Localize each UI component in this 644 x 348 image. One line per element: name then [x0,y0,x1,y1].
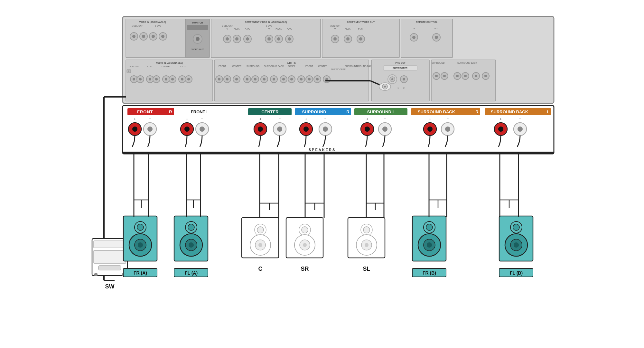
svg-text:L: L [547,109,549,114]
svg-point-164 [184,127,190,132]
svg-text:−: − [149,117,151,121]
front-r-label: FRONT [137,109,153,114]
svg-point-86 [218,78,220,80]
fra-label: FR (A) [134,270,147,276]
svg-point-94 [254,78,257,80]
video-out-label: VIDEO OUT [191,48,204,51]
svg-text:4 CD: 4 CD [180,65,185,68]
svg-point-65 [155,78,158,80]
svg-point-73 [187,78,190,80]
svg-point-59 [133,78,135,80]
svg-point-226 [138,242,143,248]
surround-back-l-label: SURROUND BACK [490,109,528,114]
cbl-sat-label: 1 CBL/SAT [131,25,143,27]
svg-point-252 [365,243,369,247]
svg-point-166 [200,127,205,132]
svg-point-249 [363,227,370,233]
subwoofer-speaker: SW [92,239,127,290]
svg-text:SURROUND: SURROUND [432,62,444,64]
svg-text:+: + [186,117,188,121]
svg-text:1: 1 [397,87,399,89]
svg-point-71 [181,78,183,80]
svg-point-9 [161,35,164,38]
svg-point-96 [263,78,266,80]
svg-rect-125 [431,60,496,101]
svg-point-262 [513,224,519,230]
sr-speaker: SR [286,218,323,272]
svg-point-104 [300,78,303,80]
svg-point-28 [267,37,271,41]
svg-text:FRONT: FRONT [218,65,226,67]
sr-label: SR [301,266,309,272]
svg-point-246 [303,243,307,247]
svg-rect-219 [94,273,98,276]
main-svg: VIDEO IN (ASSIGNABLE) 1 CBL/SAT 2 DVD MO… [84,13,560,335]
pre-out-label: PRE OUT [395,62,406,64]
svg-point-13 [196,37,200,41]
svg-point-39 [333,37,337,41]
svg-point-255 [426,224,433,230]
dvd-label: 2 DVD [154,25,161,27]
sl-speaker: SL [348,218,385,272]
svg-point-5 [142,35,145,38]
svg-text:+: + [259,117,261,121]
c-label: C [258,266,262,272]
svg-text:1 CBL/SAT: 1 CBL/SAT [128,65,139,68]
svg-rect-11 [187,25,208,30]
svg-text:SUBWOOFER: SUBWOOFER [331,68,346,71]
svg-text:L: L [128,70,129,72]
svg-text:2 DVD: 2 DVD [146,65,153,68]
svg-point-108 [316,78,319,80]
svg-point-129 [435,75,438,77]
center-speaker: C [242,218,279,272]
svg-text:Pb/Cb: Pb/Cb [234,28,240,30]
svg-text:Y: Y [334,28,336,30]
remote-label: REMOTE CONTROL [416,21,437,23]
svg-text:−: − [324,117,326,121]
svg-text:MONITOR: MONITOR [330,25,340,27]
svg-text:ZONE2: ZONE2 [288,65,295,67]
svg-point-178 [323,127,328,132]
svg-text:Pb/Cb: Pb/Cb [345,28,351,30]
svg-point-182 [365,127,370,132]
svg-point-184 [382,127,387,132]
surround-r-label: SURROUND [302,109,326,114]
surround-l-label: SURROUND L [367,109,395,114]
svg-text:2: 2 [403,87,405,89]
subwoofer-pre-label: SUBWOOFER [392,67,407,69]
diagram-container: VIDEO IN (ASSIGNABLE) 1 CBL/SAT 2 DVD MO… [84,13,560,335]
svg-point-240 [258,243,262,247]
comp-cbl-label: 1 CBL/SAT [221,25,233,27]
sl-label: SL [363,266,370,272]
svg-point-172 [277,127,282,132]
svg-text:R: R [169,109,172,114]
seven-one-label: 7.1CH IN [287,62,296,64]
svg-point-170 [258,127,263,132]
svg-text:+: + [429,117,431,121]
svg-point-230 [188,224,194,230]
svg-point-102 [290,78,293,80]
svg-point-32 [288,37,291,41]
svg-point-7 [152,35,155,38]
svg-point-22 [226,37,229,41]
svg-point-43 [359,37,362,41]
sw-label: SW [105,283,114,290]
svg-point-69 [171,78,174,80]
svg-text:SURROUND: SURROUND [246,65,259,67]
center-channel-label: CENTER [261,109,279,114]
svg-point-88 [226,78,229,80]
svg-point-237 [257,227,264,233]
svg-text:CENTER: CENTER [232,65,241,67]
svg-point-176 [303,127,309,132]
svg-point-90 [235,78,238,80]
svg-point-61 [139,78,142,80]
svg-text:+: + [499,117,501,121]
audio-in-label: AUDIO IN (ASSIGNABLE) [156,62,183,64]
svg-text:+: + [366,117,368,121]
svg-text:Pr/Cr: Pr/Cr [358,28,363,30]
svg-point-106 [308,78,311,80]
svg-text:R: R [346,109,350,114]
svg-point-160 [147,127,153,132]
svg-point-117 [384,86,386,88]
fr-a-speaker: FR (A) [123,216,157,277]
